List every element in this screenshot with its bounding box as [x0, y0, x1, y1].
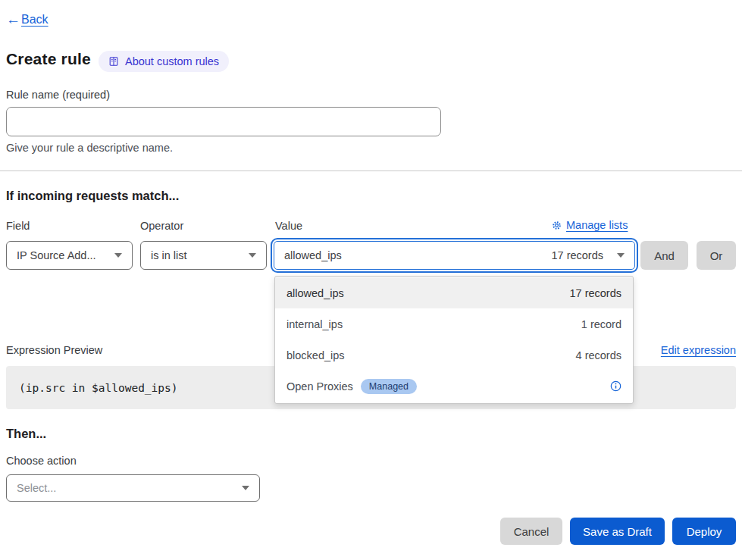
about-badge-label: About custom rules [125, 55, 219, 67]
chevron-down-icon [242, 486, 249, 490]
managed-badge: Managed [361, 379, 417, 394]
operator-label: Operator [140, 220, 183, 232]
edit-expression-link[interactable]: Edit expression [661, 344, 736, 356]
value-select-value: allowed_ips [284, 249, 342, 261]
cancel-button[interactable]: Cancel [500, 518, 562, 545]
operator-select[interactable]: is in list [140, 241, 267, 270]
value-label: Value [275, 220, 302, 232]
list-name: Open Proxies [286, 380, 353, 393]
chevron-down-icon [617, 253, 625, 258]
then-section-title: Then... [6, 427, 46, 441]
book-icon [108, 56, 119, 67]
page-title: Create rule [6, 50, 91, 68]
rule-name-input[interactable] [6, 107, 441, 136]
list-record-count: 17 records [569, 287, 621, 299]
list-name: internal_ips [286, 318, 343, 330]
list-name: allowed_ips [286, 287, 344, 299]
match-section-title: If incoming requests match... [6, 189, 179, 203]
dropdown-item-blocked-ips[interactable]: blocked_ips 4 records [275, 339, 633, 371]
deploy-button[interactable]: Deploy [672, 518, 736, 545]
value-select[interactable]: allowed_ips 17 records [274, 241, 635, 270]
choose-action-label: Choose action [6, 455, 77, 467]
field-label: Field [6, 220, 30, 232]
dropdown-item-allowed-ips[interactable]: allowed_ips 17 records [275, 277, 633, 308]
field-select-value: IP Source Add... [17, 249, 96, 261]
manage-lists-link[interactable]: Manage lists [552, 219, 637, 231]
action-select[interactable]: Select... [6, 474, 260, 502]
operator-select-value: is in list [151, 249, 187, 261]
dropdown-item-open-proxies[interactable]: Open Proxies Managed [275, 371, 633, 402]
dropdown-item-internal-ips[interactable]: internal_ips 1 record [275, 308, 633, 339]
or-button[interactable]: Or [697, 241, 736, 270]
list-record-count: 1 record [581, 318, 621, 330]
section-divider [0, 171, 742, 171]
chevron-down-icon [114, 253, 122, 258]
chevron-down-icon [249, 253, 256, 258]
expression-code: (ip.src in $allowed_ips) [19, 382, 178, 394]
value-dropdown-menu: allowed_ips 17 records internal_ips 1 re… [274, 276, 634, 404]
info-circle-icon[interactable] [610, 380, 621, 392]
value-select-record-count: 17 records [551, 249, 617, 261]
back-link-label: Back [21, 13, 49, 27]
list-record-count: 4 records [576, 349, 621, 361]
gear-icon [552, 221, 562, 230]
rule-name-label: Rule name (required) [6, 89, 110, 101]
arrow-left-icon: ← [6, 12, 20, 27]
action-select-placeholder: Select... [17, 482, 56, 494]
rule-name-helper: Give your rule a descriptive name. [6, 142, 173, 154]
field-select[interactable]: IP Source Add... [6, 241, 133, 270]
back-link[interactable]: ← Back [6, 12, 49, 27]
manage-lists-label: Manage lists [566, 219, 628, 231]
expression-preview-label: Expression Preview [6, 344, 102, 356]
about-custom-rules-link[interactable]: About custom rules [99, 51, 229, 72]
save-as-draft-button[interactable]: Save as Draft [570, 518, 665, 545]
and-button[interactable]: And [640, 241, 688, 270]
list-name: blocked_ips [286, 349, 345, 361]
